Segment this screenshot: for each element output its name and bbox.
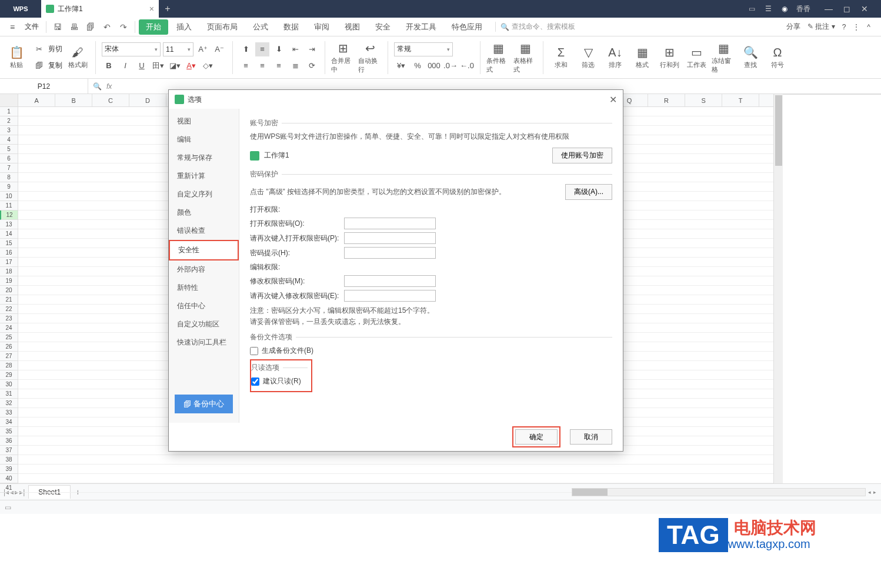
filter-button[interactable]: ▽筛选 [576, 40, 600, 75]
row-header[interactable]: 3 [0, 126, 18, 135]
sidebar-item-trust-center[interactable]: 信任中心 [169, 297, 239, 315]
row-header[interactable]: 32 [0, 399, 18, 408]
row-header[interactable]: 7 [0, 163, 18, 173]
currency-icon[interactable]: ¥▾ [394, 59, 408, 73]
column-header[interactable]: R [648, 94, 685, 106]
advanced-button[interactable]: 高级(A)... [565, 184, 612, 200]
share-button[interactable]: 分享 [786, 22, 800, 32]
menu-icon[interactable]: ≡ [5, 19, 20, 35]
document-tab[interactable]: 工作簿1 × [41, 0, 159, 18]
symbol-button[interactable]: Ω符号 [766, 40, 789, 75]
wrap-button[interactable]: ↩自动换行 [358, 40, 382, 75]
find-button[interactable]: 🔍查找 [739, 40, 762, 75]
column-header[interactable]: A [18, 94, 55, 106]
align-bottom-icon[interactable]: ⬇ [272, 42, 286, 56]
row-header[interactable]: 27 [0, 352, 18, 361]
row-header[interactable]: 13 [0, 220, 18, 229]
freeze-button[interactable]: ▦冻结窗格 [712, 40, 735, 75]
percent-icon[interactable]: % [411, 59, 425, 73]
row-header[interactable]: 41 [0, 483, 18, 493]
minimize-icon[interactable]: — [825, 4, 833, 14]
cut-icon[interactable]: ✂ [32, 42, 46, 56]
print-preview-icon[interactable]: 🗐 [83, 19, 98, 35]
row-header[interactable]: 1 [0, 107, 18, 116]
open-password-input[interactable] [344, 218, 436, 229]
bold-icon[interactable]: B [102, 59, 116, 73]
add-tab-button[interactable]: + [159, 0, 176, 18]
edit-password-confirm-input[interactable] [344, 290, 436, 302]
column-header[interactable]: S [685, 94, 722, 106]
file-menu[interactable]: 文件 [21, 19, 42, 34]
select-all-corner[interactable] [0, 94, 18, 107]
sidebar-item-quick-access[interactable]: 快速访问工具栏 [169, 333, 239, 352]
open-password-confirm-input[interactable] [344, 232, 436, 244]
sidebar-item-new-features[interactable]: 新特性 [169, 279, 239, 297]
format-painter-button[interactable]: 🖌格式刷 [66, 40, 89, 75]
use-account-encrypt-button[interactable]: 使用账号加密 [552, 148, 612, 163]
backup-center-button[interactable]: 🗐 备份中心 [175, 395, 233, 413]
messages-icon[interactable]: ☰ [763, 4, 773, 14]
column-header[interactable]: D [129, 94, 166, 106]
row-header[interactable]: 19 [0, 276, 18, 286]
dialog-close-icon[interactable]: ✕ [609, 94, 617, 105]
align-center-icon[interactable]: ≡ [255, 59, 269, 73]
sidebar-item-edit[interactable]: 编辑 [169, 131, 239, 149]
close-icon[interactable]: × [149, 4, 154, 14]
row-header[interactable]: 37 [0, 446, 18, 455]
row-header[interactable]: 34 [0, 417, 18, 427]
row-header[interactable]: 22 [0, 305, 18, 314]
tab-insert[interactable]: 插入 [169, 19, 199, 35]
sidebar-item-custom-lists[interactable]: 自定义序列 [169, 185, 239, 203]
format-button[interactable]: ▦格式 [630, 40, 654, 75]
row-header[interactable]: 35 [0, 427, 18, 436]
column-header[interactable]: T [722, 94, 759, 106]
tab-formula[interactable]: 公式 [246, 19, 275, 35]
row-header[interactable]: 12 [0, 211, 18, 220]
scroll-right-icon[interactable]: ▸ [873, 489, 876, 495]
row-header[interactable]: 23 [0, 314, 18, 323]
sidebar-item-error-check[interactable]: 错误检查 [169, 222, 239, 240]
avatar-icon[interactable]: ◉ [780, 4, 789, 14]
font-family-select[interactable]: 宋体▾ [102, 42, 161, 56]
indent-decrease-icon[interactable]: ⇤ [288, 42, 302, 56]
fx-icon[interactable]: fx [106, 82, 112, 91]
decrease-decimal-icon[interactable]: ←.0 [460, 59, 474, 73]
sidebar-item-color[interactable]: 颜色 [169, 203, 239, 222]
font-size-select[interactable]: 11▾ [163, 42, 193, 56]
align-middle-icon[interactable]: ≡ [255, 42, 269, 56]
help-icon[interactable]: ? [842, 23, 846, 31]
row-header[interactable]: 38 [0, 455, 18, 465]
row-header[interactable]: 25 [0, 333, 18, 342]
vertical-scrollbar[interactable] [773, 94, 783, 483]
font-color-icon[interactable]: A▾ [184, 59, 198, 73]
tab-data[interactable]: 数据 [276, 19, 306, 35]
row-header[interactable]: 26 [0, 342, 18, 352]
row-header[interactable]: 31 [0, 389, 18, 399]
tab-security[interactable]: 安全 [368, 19, 398, 35]
row-header[interactable]: 9 [0, 182, 18, 192]
row-header[interactable]: 17 [0, 258, 18, 267]
border-icon[interactable]: 田▾ [151, 59, 165, 73]
align-left-icon[interactable]: ≡ [239, 59, 253, 73]
scroll-left-icon[interactable]: ◂ [868, 489, 871, 495]
row-header[interactable]: 11 [0, 201, 18, 211]
column-header[interactable]: B [55, 94, 92, 106]
increase-font-icon[interactable]: A⁺ [196, 42, 210, 56]
orientation-icon[interactable]: ⟳ [305, 59, 319, 73]
italic-icon[interactable]: I [118, 59, 132, 73]
edit-password-input[interactable] [344, 275, 436, 287]
save-icon[interactable]: 🖫 [50, 19, 65, 35]
sidebar-item-general[interactable]: 常规与保存 [169, 149, 239, 167]
name-box[interactable]: P12 [0, 79, 88, 94]
print-icon[interactable]: 🖶 [66, 19, 82, 35]
row-header[interactable]: 10 [0, 192, 18, 201]
align-right-icon[interactable]: ≡ [272, 59, 286, 73]
row-header[interactable]: 14 [0, 229, 18, 239]
worksheet-button[interactable]: ▭工作表 [685, 40, 708, 75]
horizontal-scrollbar[interactable] [572, 488, 866, 496]
tab-special[interactable]: 特色应用 [445, 19, 489, 35]
row-header[interactable]: 40 [0, 474, 18, 483]
command-search[interactable]: 🔍 查找命令、搜索模板 [495, 22, 575, 32]
collapse-ribbon-icon[interactable]: ^ [867, 23, 870, 31]
ok-button[interactable]: 确定 [515, 429, 558, 445]
